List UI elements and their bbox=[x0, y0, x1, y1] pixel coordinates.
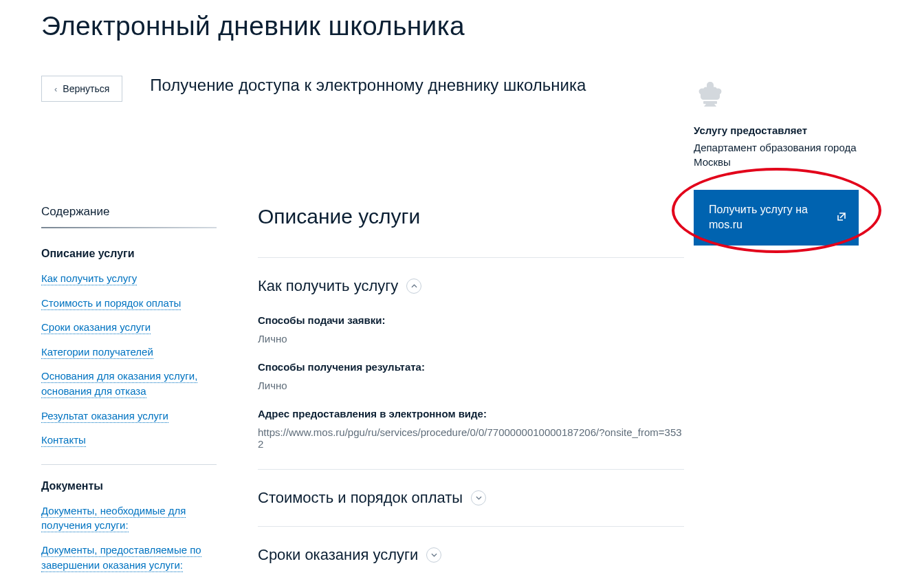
sidebar-toc-heading: Содержание bbox=[41, 205, 217, 219]
sidebar-link-how-to[interactable]: Как получить услугу bbox=[41, 272, 137, 285]
chevron-left-icon: ‹ bbox=[54, 84, 57, 94]
cta-label: Получить услугу на mos.ru bbox=[709, 204, 808, 230]
apply-method-label: Способы подачи заявки: bbox=[258, 314, 684, 326]
accordion-heading: Стоимость и порядок оплаты bbox=[258, 489, 463, 507]
sidebar-group-title: Документы bbox=[41, 480, 217, 492]
sidebar-link-result[interactable]: Результат оказания услуги bbox=[41, 410, 168, 423]
electronic-address-label: Адрес предоставления в электронном виде: bbox=[258, 408, 684, 420]
accordion-terms[interactable]: Сроки оказания услуги bbox=[258, 546, 684, 564]
sidebar-link-contacts[interactable]: Контакты bbox=[41, 434, 86, 447]
divider bbox=[258, 257, 684, 258]
chevron-up-icon bbox=[406, 279, 421, 294]
chevron-down-icon bbox=[471, 490, 486, 505]
external-link-icon bbox=[837, 212, 846, 221]
electronic-address-value: https://www.mos.ru/pgu/ru/services/proce… bbox=[258, 426, 684, 450]
provider-panel: Услугу предоставляет Департамент образов… bbox=[694, 78, 893, 246]
provider-label: Услугу предоставляет bbox=[694, 124, 893, 136]
main-content: Описание услуги Как получить услугу Спос… bbox=[258, 205, 684, 582]
divider bbox=[41, 464, 217, 465]
sidebar-link-cost[interactable]: Стоимость и порядок оплаты bbox=[41, 297, 181, 310]
accordion-heading: Как получить услугу bbox=[258, 277, 398, 295]
get-service-button[interactable]: Получить услугу на mos.ru bbox=[694, 190, 859, 246]
sidebar-link-docs-result[interactable]: Документы, предоставляемые по завершении… bbox=[41, 544, 201, 572]
divider bbox=[258, 469, 684, 470]
accordion-cost[interactable]: Стоимость и порядок оплаты bbox=[258, 489, 684, 507]
chevron-down-icon bbox=[426, 547, 441, 563]
divider bbox=[258, 526, 684, 527]
page-title: Электронный дневник школьника bbox=[41, 11, 883, 41]
svg-rect-0 bbox=[703, 101, 717, 104]
sidebar-link-grounds[interactable]: Основания для оказания услуги, основания… bbox=[41, 370, 197, 398]
provider-name: Департамент образования города Москвы bbox=[694, 140, 893, 169]
accordion-body: Способы подачи заявки: Лично Способы пол… bbox=[258, 314, 684, 450]
accordion-how-to[interactable]: Как получить услугу bbox=[258, 277, 684, 295]
divider bbox=[41, 227, 217, 228]
apply-method-value: Лично bbox=[258, 333, 684, 345]
result-method-label: Способы получения результата: bbox=[258, 361, 684, 373]
sidebar-link-docs-required[interactable]: Документы, необходимые для получения усл… bbox=[41, 505, 186, 533]
sidebar-link-categories[interactable]: Категории получателей bbox=[41, 346, 153, 359]
section-title: Описание услуги bbox=[258, 205, 684, 228]
back-button[interactable]: ‹ Вернуться bbox=[41, 76, 122, 102]
result-method-value: Лично bbox=[258, 380, 684, 391]
sidebar: Содержание Описание услуги Как получить … bbox=[41, 205, 217, 582]
sidebar-group-title: Описание услуги bbox=[41, 248, 217, 260]
back-label: Вернуться bbox=[63, 83, 109, 94]
accordion-heading: Сроки оказания услуги bbox=[258, 546, 418, 564]
sidebar-link-terms[interactable]: Сроки оказания услуги bbox=[41, 321, 151, 334]
emblem-icon bbox=[694, 78, 727, 111]
